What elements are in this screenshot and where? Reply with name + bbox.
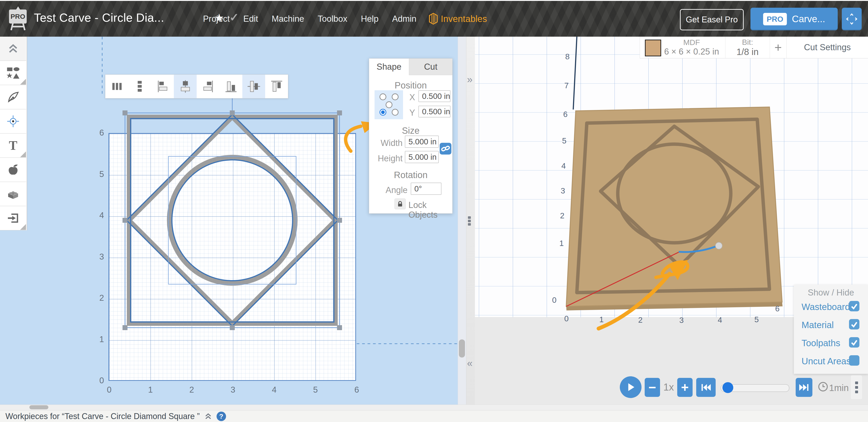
sidebar-item-import-tool[interactable] <box>0 206 26 230</box>
check-icon <box>850 320 859 329</box>
align-bottom-button[interactable] <box>219 75 242 98</box>
sidebar-item-shapes-tool[interactable] <box>0 61 26 85</box>
chain-link-icon <box>441 144 450 153</box>
position-heading: Position <box>369 80 452 90</box>
anchor-radio-2[interactable] <box>385 102 393 108</box>
machine-jog-button[interactable] <box>842 8 862 30</box>
anchor-point-selector[interactable] <box>375 90 403 119</box>
get-easel-pro-button[interactable]: Get Easel Pro <box>680 9 744 30</box>
canvas-hscroll-thumb[interactable] <box>29 405 49 409</box>
project-title[interactable]: Test Carve - Circle Dia... <box>34 11 164 24</box>
x-label: X <box>409 92 415 102</box>
material-swatch[interactable] <box>645 39 661 56</box>
carve-button[interactable]: PRO Carve... <box>750 8 838 30</box>
position-y-input[interactable] <box>418 106 451 117</box>
bit-position-marker <box>715 242 722 249</box>
width-input[interactable] <box>405 136 439 148</box>
showhide-label-uncut-areas[interactable]: Uncut Areas <box>802 356 851 366</box>
anchor-radio-1[interactable] <box>392 93 399 100</box>
circle-outline[interactable] <box>172 160 293 281</box>
four-arrows-icon <box>846 13 858 25</box>
selection-bounding-box[interactable] <box>125 113 340 328</box>
distribute-vertically-button[interactable] <box>128 75 151 98</box>
tab-shape[interactable]: Shape <box>369 59 409 75</box>
distribute-horizontally-button[interactable] <box>105 75 128 98</box>
sidebar-item-material-tool[interactable] <box>0 182 26 206</box>
menu-item-machine[interactable]: Machine <box>272 14 304 24</box>
divider-drag-handle[interactable] <box>468 216 471 226</box>
position-x-input[interactable] <box>418 90 451 102</box>
skip-to-start-button[interactable] <box>696 378 716 397</box>
menu-item-admin[interactable]: Admin <box>392 14 416 24</box>
showhide-checkbox-toolpaths[interactable] <box>849 337 860 347</box>
add-bit-button[interactable]: + <box>770 37 786 58</box>
skip-to-end-button[interactable] <box>796 378 812 397</box>
tool-sidebar: T <box>0 37 27 230</box>
showhide-checkbox-wasteboard[interactable] <box>849 301 860 311</box>
diamond-cutpath[interactable] <box>129 117 336 323</box>
anchor-radio-4[interactable] <box>392 109 399 116</box>
canvas-horizontal-scrollbar[interactable] <box>0 404 868 411</box>
selection-handles[interactable] <box>123 88 342 330</box>
speed-increase-button[interactable]: + <box>677 378 692 397</box>
align-right-button[interactable] <box>197 75 219 98</box>
anchor-radio-0[interactable] <box>379 93 386 100</box>
sidebar-item-pen-tool[interactable] <box>0 85 26 109</box>
align-top-button[interactable] <box>265 75 288 98</box>
square-cutpath[interactable] <box>129 117 336 323</box>
bit-value: 1/8 in <box>737 47 758 57</box>
angle-input[interactable] <box>411 182 441 195</box>
plus-icon: + <box>681 381 689 394</box>
easel-logo[interactable]: PRO <box>8 6 29 31</box>
collapse-left-icon[interactable]: « <box>467 358 472 369</box>
workpieces-bar[interactable]: Workpieces for “Test Carve - Circle Diam… <box>0 410 868 422</box>
simulation-menu-button[interactable] <box>850 375 863 400</box>
align-right-icon <box>201 79 215 93</box>
align-middle-vertically-button[interactable] <box>242 75 265 98</box>
lock-objects-button[interactable] <box>395 198 406 209</box>
square-outline[interactable] <box>131 118 334 322</box>
anchor-radio-3[interactable] <box>379 109 386 116</box>
material-info[interactable]: MDF 6 × 6 × 0.25 in <box>640 37 725 58</box>
estimated-time <box>818 382 828 392</box>
lock-objects-label: Lock Objects <box>408 200 452 220</box>
showhide-checkbox-uncut-areas[interactable] <box>849 355 860 366</box>
lock-aspect-ratio-button[interactable] <box>440 143 452 154</box>
showhide-checkbox-material[interactable] <box>849 319 860 330</box>
ruler-bottom-5: 5 <box>312 385 319 395</box>
sidebar-item-drill-tool[interactable] <box>0 109 26 134</box>
ruler-left-0: 0 <box>94 376 104 385</box>
y-label: Y <box>409 108 415 118</box>
tab-cut[interactable]: Cut <box>409 59 452 75</box>
simulation-slider-thumb[interactable] <box>722 382 733 393</box>
play-button[interactable] <box>620 376 642 398</box>
menu-item-project[interactable]: Project <box>203 14 230 24</box>
sidebar-item-apps-tool[interactable] <box>0 158 26 182</box>
inventables-link[interactable]: Inventables <box>429 1 487 37</box>
sidebar-item-collapse-panel[interactable] <box>0 37 26 61</box>
carve-label: Carve... <box>792 13 825 24</box>
showhide-label-toolpaths[interactable]: Toolpaths <box>802 338 840 348</box>
help-button[interactable]: ? <box>217 412 226 421</box>
mdf-board[interactable] <box>566 107 782 306</box>
menu-item-toolbox[interactable]: Toolbox <box>318 14 347 24</box>
bit-info[interactable]: Bit: 1/8 in <box>725 37 770 58</box>
showhide-label-wasteboard[interactable]: Wasteboard <box>802 302 850 312</box>
speed-value: 1x <box>662 382 675 393</box>
canvas-vscroll-thumb[interactable] <box>459 339 465 358</box>
speed-decrease-button[interactable]: − <box>645 378 660 397</box>
height-input[interactable] <box>405 151 439 163</box>
showhide-label-material[interactable]: Material <box>802 320 834 330</box>
alignment-toolbar <box>105 75 288 99</box>
clock-icon <box>818 382 828 392</box>
cut-settings-button[interactable]: Cut Settings <box>786 37 868 58</box>
align-left-button[interactable] <box>151 75 174 98</box>
menu-item-edit[interactable]: Edit <box>243 14 258 24</box>
sidebar-item-text-tool[interactable]: T <box>0 134 26 158</box>
collapse-right-icon[interactable]: » <box>467 74 472 85</box>
collapse-up-icon[interactable] <box>204 413 212 420</box>
menu-item-help[interactable]: Help <box>361 14 378 24</box>
align-center-horizontally-button[interactable] <box>174 75 197 98</box>
circle-cutpath[interactable] <box>169 158 295 283</box>
diamond-outline[interactable] <box>127 114 338 326</box>
